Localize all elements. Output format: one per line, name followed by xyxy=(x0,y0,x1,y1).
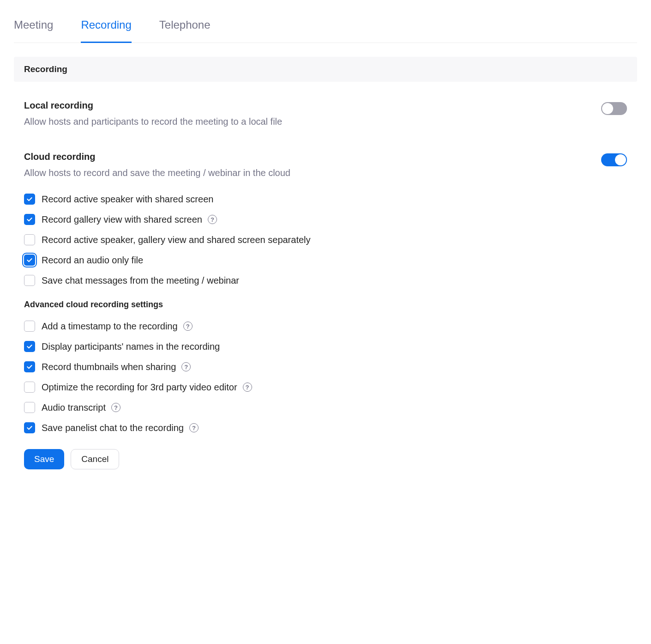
checkbox-label: Audio transcript xyxy=(42,402,106,413)
save-button[interactable]: Save xyxy=(24,449,64,469)
list-item: Record gallery view with shared screen? xyxy=(24,214,627,225)
checkbox[interactable] xyxy=(24,361,35,372)
local-recording-toggle[interactable] xyxy=(601,102,627,115)
setting-local-recording: Local recording Allow hosts and particip… xyxy=(14,100,637,128)
checkbox-label: Add a timestamp to the recording xyxy=(42,321,178,332)
list-item: Record an audio only file xyxy=(24,255,627,266)
cloud-recording-options: Record active speaker with shared screen… xyxy=(14,194,637,286)
checkbox-label: Record an audio only file xyxy=(42,255,143,266)
list-item: Record thumbnails when sharing? xyxy=(24,361,627,372)
checkbox[interactable] xyxy=(24,382,35,393)
checkbox-label: Optimize the recording for 3rd party vid… xyxy=(42,382,237,393)
setting-info: Cloud recording Allow hosts to record an… xyxy=(24,152,440,180)
list-item: Record active speaker, gallery view and … xyxy=(24,234,627,245)
settings-tabs: Meeting Recording Telephone xyxy=(14,14,637,43)
toggle-knob xyxy=(615,154,626,165)
tab-meeting[interactable]: Meeting xyxy=(14,14,53,43)
help-icon[interactable]: ? xyxy=(243,383,252,392)
checkbox[interactable] xyxy=(24,402,35,413)
checkbox-label: Display participants' names in the recor… xyxy=(42,341,220,352)
checkbox-label: Record active speaker, gallery view and … xyxy=(42,235,311,245)
checkbox[interactable] xyxy=(24,214,35,225)
help-icon[interactable]: ? xyxy=(189,423,199,432)
checkbox[interactable] xyxy=(24,255,35,266)
list-item: Save panelist chat to the recording? xyxy=(24,422,627,433)
checkbox-label: Record active speaker with shared screen xyxy=(42,194,213,205)
help-icon[interactable]: ? xyxy=(111,403,121,412)
cloud-recording-title: Cloud recording xyxy=(24,152,440,162)
setting-cloud-recording: Cloud recording Allow hosts to record an… xyxy=(14,152,637,180)
setting-info: Local recording Allow hosts and particip… xyxy=(24,100,440,128)
checkbox-label: Save chat messages from the meeting / we… xyxy=(42,275,239,286)
section-header-recording: Recording xyxy=(14,57,637,82)
cancel-button[interactable]: Cancel xyxy=(71,449,119,469)
checkbox-label: Record thumbnails when sharing xyxy=(42,362,176,372)
checkbox[interactable] xyxy=(24,321,35,332)
recording-panel: Recording Local recording Allow hosts an… xyxy=(14,57,637,469)
help-icon[interactable]: ? xyxy=(181,362,191,371)
checkbox[interactable] xyxy=(24,194,35,205)
list-item: Add a timestamp to the recording? xyxy=(24,321,627,332)
checkbox[interactable] xyxy=(24,234,35,245)
cloud-recording-desc: Allow hosts to record and save the meeti… xyxy=(24,166,440,180)
checkbox-label: Record gallery view with shared screen xyxy=(42,214,202,225)
local-recording-desc: Allow hosts and participants to record t… xyxy=(24,115,440,128)
cloud-recording-toggle[interactable] xyxy=(601,153,627,166)
tab-recording[interactable]: Recording xyxy=(81,14,131,43)
list-item: Record active speaker with shared screen xyxy=(24,194,627,205)
list-item: Save chat messages from the meeting / we… xyxy=(24,275,627,286)
checkbox[interactable] xyxy=(24,422,35,433)
checkbox-label: Save panelist chat to the recording xyxy=(42,423,184,433)
advanced-settings-heading: Advanced cloud recording settings xyxy=(14,295,637,321)
local-recording-title: Local recording xyxy=(24,100,440,111)
checkbox[interactable] xyxy=(24,341,35,352)
action-buttons: Save Cancel xyxy=(14,443,637,469)
list-item: Audio transcript? xyxy=(24,402,627,413)
checkbox[interactable] xyxy=(24,275,35,286)
toggle-knob xyxy=(602,103,613,114)
help-icon[interactable]: ? xyxy=(208,215,217,224)
list-item: Display participants' names in the recor… xyxy=(24,341,627,352)
list-item: Optimize the recording for 3rd party vid… xyxy=(24,382,627,393)
tab-telephone[interactable]: Telephone xyxy=(159,14,211,43)
advanced-recording-options: Add a timestamp to the recording?Display… xyxy=(14,321,637,433)
help-icon[interactable]: ? xyxy=(183,322,193,331)
